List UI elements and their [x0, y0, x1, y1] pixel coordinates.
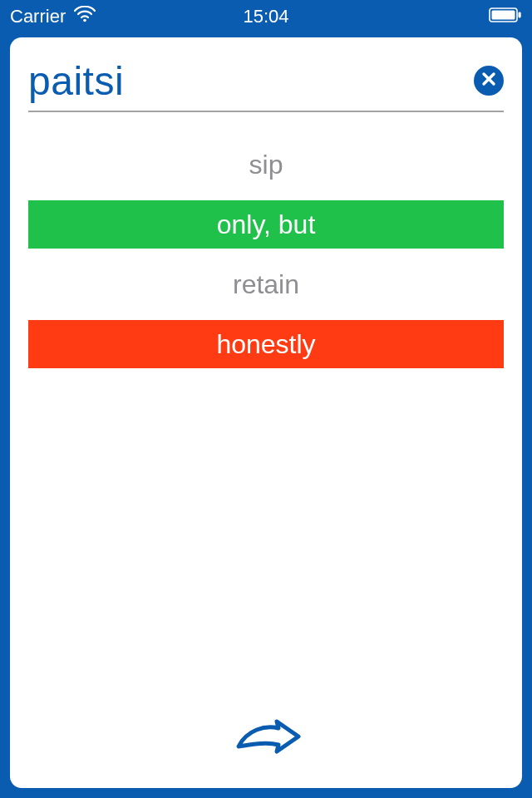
answer-label: retain — [233, 269, 299, 300]
svg-rect-2 — [492, 11, 515, 20]
answer-option-2[interactable]: retain — [28, 260, 504, 308]
word-prompt: paitsi — [28, 58, 124, 104]
status-left: Carrier — [10, 6, 96, 27]
svg-rect-3 — [519, 12, 521, 18]
word-underline — [28, 111, 504, 112]
answer-label: only, but — [217, 209, 316, 240]
next-button[interactable] — [229, 712, 303, 765]
status-right — [489, 6, 522, 27]
answer-option-1[interactable]: only, but — [28, 200, 504, 249]
answer-option-3[interactable]: honestly — [28, 320, 504, 368]
battery-icon — [489, 6, 522, 27]
answer-list: sip only, but retain honestly — [28, 140, 504, 368]
forward-arrow-icon — [229, 750, 303, 764]
wifi-icon — [74, 6, 96, 27]
quiz-card: paitsi sip only, but retain honestly — [10, 37, 522, 788]
close-button[interactable] — [474, 66, 504, 96]
answer-label: honestly — [216, 329, 315, 360]
answer-option-0[interactable]: sip — [28, 140, 504, 189]
carrier-label: Carrier — [10, 6, 66, 27]
svg-point-0 — [83, 19, 86, 22]
status-time: 15:04 — [243, 6, 288, 27]
answer-label: sip — [249, 150, 283, 180]
status-bar: Carrier 15:04 — [0, 0, 532, 33]
close-icon — [480, 71, 497, 91]
card-header: paitsi — [28, 54, 504, 107]
